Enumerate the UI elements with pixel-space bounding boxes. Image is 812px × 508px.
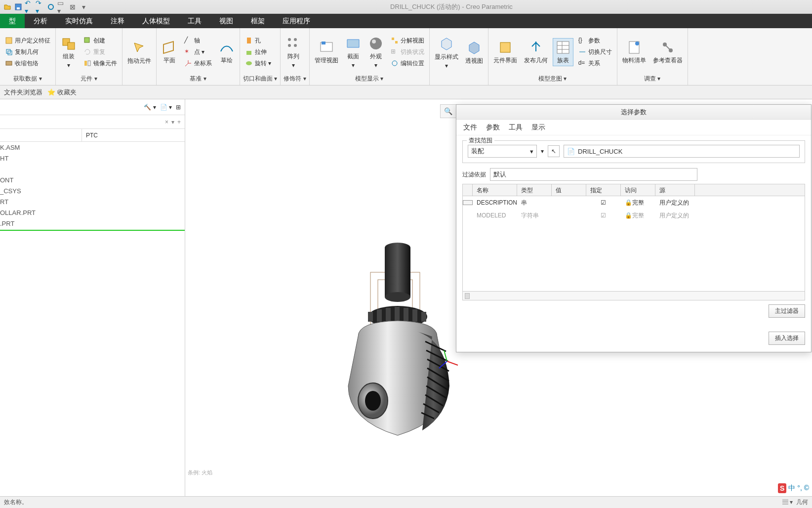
tree-item[interactable]: HT [0, 153, 185, 164]
scope-file-field[interactable]: 📄DRILL_CHUCK [564, 145, 800, 158]
compif-button[interactable]: 元件界面 [491, 39, 519, 66]
col-access[interactable]: 访问 [621, 184, 655, 196]
tree-item[interactable]: ONT [0, 174, 185, 185]
repeat-button[interactable]: 重复 [81, 47, 119, 57]
dlg-menu-tools[interactable]: 工具 [509, 123, 523, 132]
assemble-button[interactable]: 组装▾ [59, 35, 79, 70]
tree-tool-icon[interactable]: 🔨 ▾ [144, 104, 156, 111]
svg-rect-23 [392, 38, 394, 40]
window-icon[interactable]: ▭ ▾ [57, 2, 66, 11]
table-row[interactable]: DESCRIPTION 串 ☑ 🔒完整 用户定义的 [463, 196, 805, 209]
shrinkwrap-button[interactable]: 收缩包络 [3, 58, 52, 69]
search-close-icon[interactable]: × [165, 119, 168, 126]
tree-item[interactable]: .PRT [0, 218, 185, 229]
status-icon[interactable]: ▤ ▾ [782, 499, 793, 506]
folder-browser-tab[interactable]: 文件夹浏览器 [4, 88, 42, 97]
ime-indicator[interactable]: S 中 °, © [778, 482, 809, 494]
copy-geom-button[interactable]: 复制几何 [3, 47, 52, 57]
section-button[interactable]: 截面▾ [343, 35, 363, 70]
udf-button[interactable]: 用户定义特征 [3, 36, 52, 46]
col-value[interactable]: 值 [552, 184, 586, 196]
tree-item[interactable]: OLLAR.PRT [0, 207, 185, 218]
tree-filter-icon[interactable]: ⊞ [176, 104, 181, 111]
select-parameter-dialog: 选择参数 文件 参数 工具 显示 查找范围 装配▾ ▾ ↖ 📄DRILL_CHU… [456, 104, 812, 352]
col-name[interactable]: 名称 [473, 184, 517, 196]
mirror-button[interactable]: 镜像元件 [81, 58, 119, 69]
tree-item[interactable]: _CSYS [0, 185, 185, 196]
main-filter-button[interactable]: 主过滤器 [769, 304, 805, 318]
tab-tools[interactable]: 工具 [179, 14, 210, 28]
axis-button[interactable]: ╱轴 [182, 36, 214, 46]
explode-view-button[interactable]: 分解视图 [389, 36, 426, 46]
point-button[interactable]: ✶点 ▾ [182, 47, 214, 57]
hole-button[interactable]: 孔 [243, 36, 273, 46]
tab-view[interactable]: 视图 [210, 14, 242, 28]
tree-item[interactable] [0, 164, 185, 174]
pattern-button[interactable]: 阵列▾ [284, 35, 303, 70]
switch-status-button[interactable]: ⊞切换状况 [389, 47, 426, 57]
browser-header: 文件夹浏览器 ⭐ 收藏夹 [0, 85, 812, 99]
save-icon[interactable] [14, 2, 23, 11]
table-row[interactable]: MODELED 字符串 ☑ 🔒完整 用户定义的 [463, 209, 805, 222]
tree-col-ptc[interactable]: PTC [82, 132, 185, 139]
open-icon[interactable] [3, 2, 12, 11]
ribbon-group-getdata: 用户定义特征 复制几何 收缩包络 获取数据 ▾ [0, 28, 56, 85]
dlg-menu-param[interactable]: 参数 [486, 123, 500, 132]
col-source[interactable]: 源 [655, 184, 695, 196]
plane-button[interactable]: 平面 [160, 39, 179, 66]
sketch-button[interactable]: 草绘 [217, 39, 237, 66]
col-spec[interactable]: 指定 [586, 184, 621, 196]
redo-icon[interactable]: ↷ ▾ [36, 2, 44, 11]
search-dropdown-icon[interactable]: ▾ [171, 119, 174, 126]
undo-icon[interactable]: ↶ ▾ [25, 2, 34, 11]
publish-geom-button[interactable]: 发布几何 [522, 39, 550, 66]
model-tree-panel: 🔨 ▾ 📄 ▾ ⊞ × ▾ + PTC K.ASM HT ONT _CSYS R… [0, 99, 185, 496]
csys-button[interactable]: 坐标系 [182, 58, 214, 69]
regen-icon[interactable] [46, 2, 55, 11]
status-right[interactable]: 几何 [796, 499, 808, 506]
manage-views-button[interactable]: 管理视图 [313, 39, 340, 66]
scope-combo[interactable]: 装配▾ [468, 145, 537, 158]
revolve-button[interactable]: 旋转 ▾ [243, 58, 273, 69]
status-left: 效名称。 [4, 498, 28, 507]
tab-analysis[interactable]: 分析 [25, 14, 56, 28]
appearance-button[interactable]: 外观▾ [366, 35, 386, 70]
table-hscroll[interactable] [463, 291, 805, 300]
dlg-menu-file[interactable]: 文件 [463, 123, 477, 132]
tab-model[interactable]: 型 [0, 14, 25, 28]
create-button[interactable]: 创建 [81, 36, 119, 46]
relations-button[interactable]: d=关系 [576, 58, 614, 69]
family-table-button[interactable]: 族表 [553, 38, 573, 66]
tab-manikin[interactable]: 人体模型 [133, 14, 179, 28]
displaystyle-button[interactable]: 显示样式▾ [433, 35, 460, 70]
zoom-fit-icon[interactable]: 🔍 [442, 105, 454, 117]
tree-settings-icon[interactable]: 📄 ▾ [160, 104, 172, 111]
edit-position-button[interactable]: 编辑位置 [389, 58, 426, 69]
chevron-down-icon[interactable]: ▾ [541, 148, 544, 155]
tab-apps[interactable]: 应用程序 [274, 14, 319, 28]
params-button[interactable]: {}参数 [576, 36, 614, 46]
filter-combo[interactable]: 默认 [490, 168, 697, 181]
insert-select-button[interactable]: 插入选择 [769, 332, 805, 345]
tree-body[interactable]: K.ASM HT ONT _CSYS RT OLLAR.PRT .PRT [0, 142, 185, 496]
tab-annotate[interactable]: 注释 [102, 14, 133, 28]
tab-frame[interactable]: 框架 [242, 14, 274, 28]
svg-rect-47 [412, 309, 417, 322]
switch-dim-button[interactable]: 切换尺寸 [576, 47, 614, 57]
tree-item[interactable]: RT [0, 196, 185, 207]
tab-simulate[interactable]: 实时仿真 [56, 14, 102, 28]
drag-button[interactable]: 拖动元件 [125, 39, 153, 66]
perspective-button[interactable]: 透视图 [463, 39, 485, 66]
col-type[interactable]: 类型 [517, 184, 552, 196]
dlg-menu-display[interactable]: 显示 [531, 123, 545, 132]
search-add-icon[interactable]: + [177, 119, 181, 126]
pick-icon[interactable]: ↖ [548, 145, 560, 157]
qat-more-icon[interactable]: ▾ [79, 2, 88, 11]
ref-viewer-button[interactable]: 参考查看器 [651, 39, 685, 66]
bom-button[interactable]: 物料清单 [620, 39, 648, 66]
insert-here-bar[interactable] [0, 230, 185, 231]
close-win-icon[interactable]: ⊠ [68, 2, 77, 11]
favorites-tab[interactable]: ⭐ 收藏夹 [47, 88, 77, 97]
tree-item[interactable]: K.ASM [0, 142, 185, 153]
extrude-button[interactable]: 拉伸 [243, 47, 273, 57]
